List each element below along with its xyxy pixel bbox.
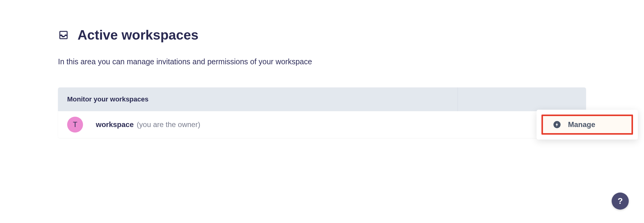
manage-popover: Manage (537, 110, 638, 140)
page-title: Active workspaces (78, 27, 198, 43)
page-header: Active workspaces (58, 27, 586, 43)
bolt-icon (553, 120, 561, 129)
table-row: T workspace (you are the owner) Manage (58, 111, 586, 138)
avatar: T (67, 117, 83, 133)
page-subtitle: In this area you can manage invitations … (58, 57, 586, 66)
manage-button[interactable]: Manage (541, 115, 633, 135)
workspace-name: workspace (96, 120, 134, 129)
help-icon: ? (617, 196, 623, 206)
workspace-role: (you are the owner) (137, 120, 200, 129)
workspace-name-group: workspace (you are the owner) (96, 120, 200, 129)
manage-label: Manage (568, 120, 595, 129)
table-header: Monitor your workspaces (58, 87, 586, 111)
inbox-icon (58, 30, 69, 41)
table-header-left: Monitor your workspaces (58, 87, 458, 111)
workspaces-table: Monitor your workspaces T workspace (you… (58, 87, 586, 138)
row-content: T workspace (you are the owner) (67, 117, 577, 133)
help-button[interactable]: ? (612, 193, 629, 210)
table-header-right (458, 87, 586, 111)
